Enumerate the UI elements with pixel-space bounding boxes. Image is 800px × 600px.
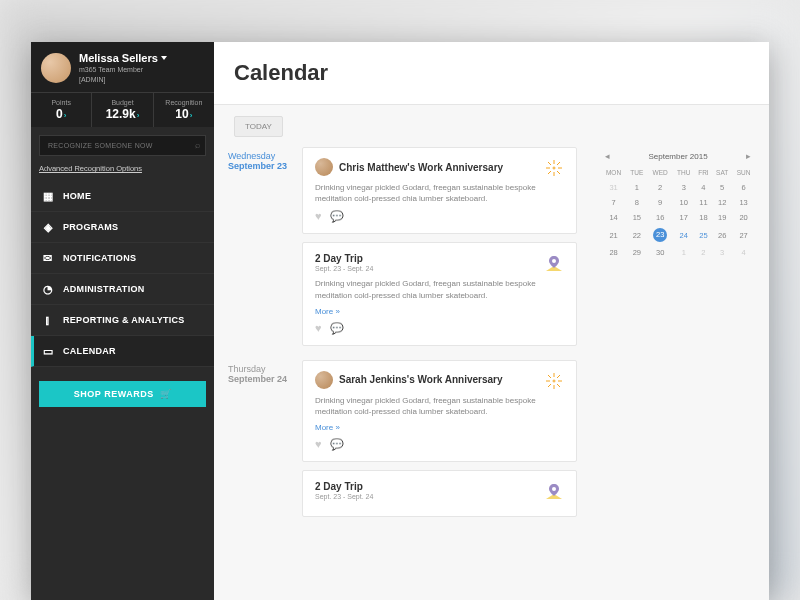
comment-icon[interactable]: 💬 xyxy=(330,438,344,451)
calendar-day[interactable]: 25 xyxy=(695,225,712,245)
profile-admin: [ADMIN] xyxy=(79,75,204,84)
cart-icon: 🛒 xyxy=(160,389,172,399)
svg-line-16 xyxy=(557,384,560,387)
calendar-day[interactable]: 29 xyxy=(626,245,648,260)
calendar-day[interactable]: 24 xyxy=(673,225,695,245)
more-link[interactable]: More » xyxy=(315,423,564,432)
calendar-day[interactable]: 12 xyxy=(712,195,732,210)
svg-point-0 xyxy=(553,167,555,169)
event-card[interactable]: 2 Day Trip Sept. 23 - Sept. 24 Drinking … xyxy=(302,242,577,345)
shop-rewards-button[interactable]: SHOP REWARDS 🛒 xyxy=(39,381,206,407)
nav-programs[interactable]: ◈PROGRAMS xyxy=(31,212,214,243)
spark-icon xyxy=(544,371,564,391)
calendar-day[interactable]: 3 xyxy=(712,245,732,260)
calendar-day[interactable]: 20 xyxy=(732,210,755,225)
calendar-day[interactable]: 27 xyxy=(732,225,755,245)
calendar-dow: SUN xyxy=(732,165,755,180)
home-icon: ▦ xyxy=(41,189,55,203)
event-card[interactable]: 2 Day Trip Sept. 23 - Sept. 24 xyxy=(302,470,577,517)
more-link[interactable]: More » xyxy=(315,307,564,316)
card-title: 2 Day Trip xyxy=(315,253,373,264)
avatar xyxy=(41,53,71,83)
calendar-day[interactable]: 7 xyxy=(601,195,626,210)
stat-recognition[interactable]: Recognition 10› xyxy=(154,93,214,127)
nav-home[interactable]: ▦HOME xyxy=(31,181,214,212)
nav-administration[interactable]: ◔ADMINISTRATION xyxy=(31,274,214,305)
calendar-day[interactable]: 5 xyxy=(712,180,732,195)
programs-icon: ◈ xyxy=(41,220,55,234)
page-title: Calendar xyxy=(234,60,749,86)
calendar-day[interactable]: 9 xyxy=(648,195,673,210)
pin-icon xyxy=(544,253,564,273)
calendar-day[interactable]: 22 xyxy=(626,225,648,245)
calendar-grid: MONTUEWEDTHUFRISATSUN 311234567891011121… xyxy=(601,165,755,260)
day-label: Wednesday September 23 xyxy=(228,147,302,354)
calendar-day[interactable]: 23 xyxy=(648,225,673,245)
calendar-day[interactable]: 31 xyxy=(601,180,626,195)
prev-month-button[interactable]: ◂ xyxy=(601,151,614,161)
calendar-day[interactable]: 1 xyxy=(626,180,648,195)
calendar-day[interactable]: 15 xyxy=(626,210,648,225)
calendar-day[interactable]: 11 xyxy=(695,195,712,210)
comment-icon[interactable]: 💬 xyxy=(330,210,344,223)
calendar-dow: THU xyxy=(673,165,695,180)
calendar-day[interactable]: 14 xyxy=(601,210,626,225)
calendar-day[interactable]: 4 xyxy=(732,245,755,260)
search-input[interactable] xyxy=(39,135,206,156)
comment-icon[interactable]: 💬 xyxy=(330,322,344,335)
card-title: Chris Matthew's Work Anniversary xyxy=(339,162,503,173)
calendar-day[interactable]: 3 xyxy=(673,180,695,195)
advanced-recognition-link[interactable]: Advanced Recognition Options xyxy=(39,164,206,173)
calendar-day[interactable]: 2 xyxy=(695,245,712,260)
nav-calendar[interactable]: ▭CALENDAR xyxy=(31,336,214,367)
calendar-day[interactable]: 28 xyxy=(601,245,626,260)
nav-notifications[interactable]: ✉NOTIFICATIONS xyxy=(31,243,214,274)
stat-budget[interactable]: Budget 12.9k› xyxy=(92,93,153,127)
calendar-day[interactable]: 4 xyxy=(695,180,712,195)
calendar-day[interactable]: 26 xyxy=(712,225,732,245)
calendar-day[interactable]: 6 xyxy=(732,180,755,195)
calendar-day[interactable]: 1 xyxy=(673,245,695,260)
calendar-day[interactable]: 17 xyxy=(673,210,695,225)
card-title: Sarah Jenkins's Work Anniversary xyxy=(339,374,503,385)
svg-point-19 xyxy=(552,487,556,491)
event-feed[interactable]: Wednesday September 23 Chris Matthew's W… xyxy=(228,147,587,600)
heart-icon[interactable]: ♥ xyxy=(315,210,322,223)
card-subtitle: Sept. 23 - Sept. 24 xyxy=(315,493,373,500)
calendar-day[interactable]: 13 xyxy=(732,195,755,210)
profile-role: m365 Team Member xyxy=(79,65,204,74)
calendar-day[interactable]: 19 xyxy=(712,210,732,225)
calendar-dow: TUE xyxy=(626,165,648,180)
calendar-day[interactable]: 18 xyxy=(695,210,712,225)
search-box: ⌕ xyxy=(39,135,206,156)
profile-name: Melissa Sellers xyxy=(79,52,158,64)
event-card[interactable]: Chris Matthew's Work Anniversary Drinkin… xyxy=(302,147,577,234)
calendar-day[interactable]: 2 xyxy=(648,180,673,195)
mail-icon: ✉ xyxy=(41,251,55,265)
card-body: Drinking vinegar pickled Godard, freegan… xyxy=(315,182,564,204)
svg-line-6 xyxy=(557,171,560,174)
event-card[interactable]: Sarah Jenkins's Work Anniversary Drinkin… xyxy=(302,360,577,462)
calendar-dow: WED xyxy=(648,165,673,180)
calendar-dow: SAT xyxy=(712,165,732,180)
calendar-day[interactable]: 30 xyxy=(648,245,673,260)
next-month-button[interactable]: ▸ xyxy=(742,151,755,161)
stats-row: Points 0› Budget 12.9k› Recognition 10› xyxy=(31,92,214,127)
svg-point-9 xyxy=(552,259,556,263)
search-icon: ⌕ xyxy=(195,140,200,150)
stat-points[interactable]: Points 0› xyxy=(31,93,92,127)
profile-block[interactable]: Melissa Sellers m365 Team Member [ADMIN] xyxy=(31,42,214,92)
heart-icon[interactable]: ♥ xyxy=(315,438,322,451)
calendar-day[interactable]: 16 xyxy=(648,210,673,225)
card-title: 2 Day Trip xyxy=(315,481,373,492)
nav-reporting[interactable]: ⫿REPORTING & ANALYTICS xyxy=(31,305,214,336)
svg-line-7 xyxy=(557,162,560,165)
chart-icon: ⫿ xyxy=(41,313,55,327)
svg-line-8 xyxy=(548,171,551,174)
today-button[interactable]: TODAY xyxy=(234,116,283,137)
calendar-day[interactable]: 8 xyxy=(626,195,648,210)
calendar-day[interactable]: 10 xyxy=(673,195,695,210)
day-label: Thursday September 24 xyxy=(228,360,302,525)
calendar-day[interactable]: 21 xyxy=(601,225,626,245)
heart-icon[interactable]: ♥ xyxy=(315,322,322,335)
